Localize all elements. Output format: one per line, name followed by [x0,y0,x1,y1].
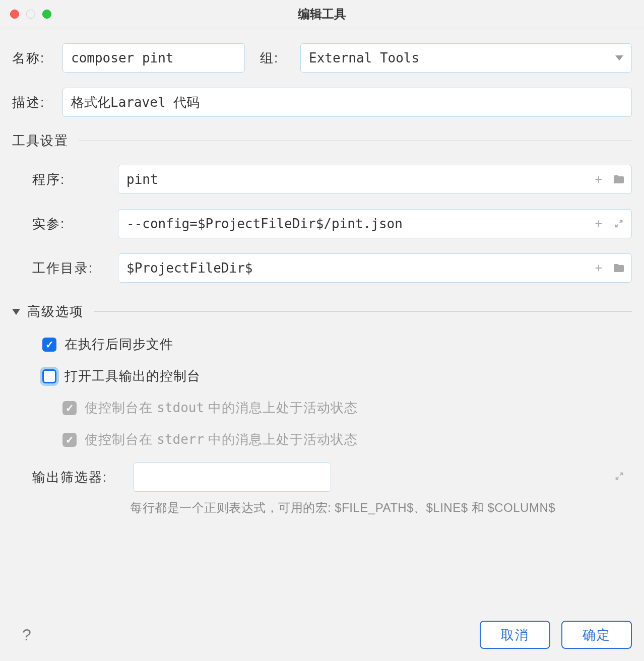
check-icon: ✓ [45,339,54,351]
check-icon: ✓ [66,402,74,414]
description-label: 描述: [12,94,62,111]
ok-button[interactable]: 确定 [561,621,632,649]
workdir-label: 工作目录: [32,259,118,277]
check-icon: ✓ [66,434,74,446]
stdout-active-checkbox: ✓ [62,401,77,415]
tool-settings-title: 工具设置 [12,132,69,150]
disclosure-triangle-icon [12,309,20,315]
stderr-active-checkbox: ✓ [62,433,77,447]
insert-macro-icon[interactable] [592,217,606,231]
workdir-input[interactable] [118,253,632,283]
arguments-label: 实参: [32,215,118,233]
program-label: 程序: [32,171,118,188]
browse-folder-icon[interactable] [612,172,626,186]
stdout-active-label: 使控制台在 stdout 中的消息上处于活动状态 [85,399,358,417]
output-filter-input[interactable] [133,462,331,492]
minimize-window-button[interactable] [26,10,35,19]
open-console-label: 打开工具输出的控制台 [65,367,201,385]
tool-settings-header: 工具设置 [12,132,632,150]
group-select-value: External Tools [309,50,419,65]
name-label: 名称: [12,49,62,67]
sync-files-label: 在执行后同步文件 [65,336,173,353]
group-select[interactable]: External Tools [300,43,632,73]
divider [94,311,632,312]
advanced-title: 高级选项 [27,303,84,320]
close-window-button[interactable] [10,10,19,19]
window-title: 编辑工具 [298,6,346,22]
description-input[interactable] [62,88,632,117]
open-console-checkbox[interactable] [42,369,56,383]
arguments-input[interactable] [118,209,632,238]
insert-macro-icon[interactable] [592,261,606,275]
browse-folder-icon[interactable] [612,261,626,275]
maximize-window-button[interactable] [42,10,51,19]
titlebar: 编辑工具 [0,0,644,28]
output-filter-label: 输出筛选器: [32,469,133,486]
traffic-lights [10,10,51,19]
divider [79,141,632,141]
stderr-active-label: 使控制台在 stderr 中的消息上处于活动状态 [85,431,358,448]
help-button[interactable]: ? [12,626,41,644]
insert-macro-icon[interactable] [592,172,606,186]
expand-icon[interactable] [612,217,626,231]
cancel-button[interactable]: 取消 [480,621,550,649]
program-input[interactable] [118,165,632,194]
name-input[interactable] [62,43,245,73]
sync-files-checkbox[interactable]: ✓ [42,338,56,352]
advanced-header[interactable]: 高级选项 [12,303,632,320]
chevron-down-icon [615,55,623,60]
output-filter-hint: 每行都是一个正则表达式，可用的宏: $FILE_PATH$、$LINE$ 和 $… [12,500,632,516]
expand-icon[interactable] [614,471,625,484]
group-label: 组: [260,49,300,67]
